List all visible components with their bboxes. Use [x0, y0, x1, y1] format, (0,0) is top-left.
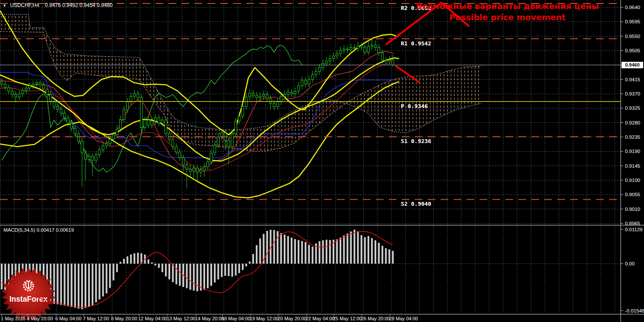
price-axis-label: 0.9100 [625, 178, 640, 183]
candle-body [214, 145, 216, 153]
candle-body [98, 150, 101, 155]
macd-axis-label: -0.01548 [625, 308, 644, 313]
annotation-text-en: Possible price movement [415, 13, 600, 22]
pivot-label-s2: S2 0.9040 [401, 201, 431, 207]
macd-bar [148, 259, 149, 264]
date-axis-label: 18 May 04:00 [222, 316, 251, 321]
candle-body [186, 165, 188, 169]
candle-body [305, 80, 307, 84]
price-axis-label: 0.9055 [625, 192, 640, 197]
pivot-label-s1: S1 0.9236 [401, 138, 431, 144]
macd-indicator-label: MACD(5,34,5) 0.00417 0.00619 [3, 227, 74, 233]
current-price-badge: 0.9460 [622, 62, 643, 68]
macd-bar [193, 264, 195, 291]
macd-bar [130, 255, 132, 264]
date-axis-label: 7 May 12:00 [83, 316, 109, 321]
macd-bar [172, 264, 174, 282]
date-axis-label: 19 May 12:00 [250, 316, 279, 321]
trident-dot [25, 282, 26, 284]
candle-body [137, 94, 139, 98]
candle-body [189, 169, 191, 171]
candle-body [266, 95, 268, 99]
candle-body [57, 107, 59, 109]
candle-body [130, 96, 132, 102]
macd-bar [203, 264, 205, 290]
candle-body [144, 120, 146, 128]
date-axis-label: 13 May 12:00 [167, 316, 196, 321]
price-chart-canvas[interactable]: InstaForex0.96400.95950.95500.95050.9460… [0, 0, 644, 322]
macd-bar [280, 233, 282, 264]
price-axis-label: 0.8965 [625, 221, 640, 226]
macd-bar [326, 240, 327, 264]
macd-bar [346, 234, 348, 264]
macd-bar [277, 231, 279, 264]
candle-body [259, 96, 261, 98]
date-axis-label: 4 May 20:00 [27, 316, 53, 321]
candle-body [301, 80, 303, 86]
macd-bar [102, 264, 104, 296]
candle-body [374, 45, 377, 47]
candle-body [39, 83, 41, 85]
price-axis-label: 0.9595 [625, 19, 640, 24]
date-axis-label: 8 May 20:00 [111, 316, 137, 321]
macd-bar [67, 264, 69, 306]
candle-body [315, 71, 317, 74]
macd-bar [88, 264, 90, 306]
macd-bar [291, 238, 292, 264]
macd-bar [266, 231, 268, 264]
macd-bar [207, 264, 209, 288]
candle-body [147, 120, 149, 125]
price-axis-label: 0.9235 [625, 134, 640, 140]
candle-body [175, 147, 178, 152]
candle-body [238, 116, 240, 121]
candle-body [273, 103, 275, 106]
candle-body [4, 84, 6, 87]
price-axis-label: 0.9550 [625, 34, 640, 39]
macd-bar [232, 264, 233, 277]
candle-body [325, 61, 327, 63]
candle-body [1, 82, 3, 84]
candle-body [116, 129, 118, 135]
candle-body [364, 47, 366, 52]
macd-bar [350, 232, 352, 264]
candle-body [165, 120, 167, 134]
candle-body [172, 139, 174, 147]
candle-body [357, 46, 359, 48]
macd-axis-label: 0.00 [625, 261, 634, 266]
candle-body [158, 118, 160, 124]
candle-body [270, 99, 272, 103]
candle-body [112, 135, 114, 139]
candle-body [81, 141, 83, 153]
macd-bar [381, 246, 383, 264]
candle-body [22, 91, 24, 94]
candle-body [32, 84, 34, 86]
candle-body [385, 60, 387, 61]
candle-body [154, 118, 156, 121]
macd-bar [60, 264, 62, 305]
candle-body [343, 49, 345, 51]
symbol-period-label: USDCHF,H4 [10, 2, 39, 8]
macd-bar [301, 241, 303, 264]
macd-bar [371, 238, 373, 264]
macd-bar [357, 231, 359, 264]
candle-body [95, 155, 97, 160]
candle-body [35, 83, 38, 84]
pivot-label-p: P 0.9346 [401, 103, 428, 109]
macd-bar [106, 264, 108, 293]
candle-body [298, 86, 300, 92]
macd-bar [329, 240, 331, 264]
macd-bar [168, 264, 170, 280]
macd-bar [57, 264, 58, 304]
candle-body [311, 75, 314, 80]
date-axis-label: 12 May 04:00 [138, 316, 167, 321]
macd-bar [287, 236, 289, 264]
macd-bar [197, 264, 198, 291]
macd-bar [361, 235, 362, 264]
candle-body [367, 46, 369, 52]
candle-body [235, 121, 237, 134]
macd-bar [137, 253, 139, 264]
macd-bar [336, 239, 338, 264]
quote-ohlc-label: 0.9476 0.9492 0.9454 0.9460 [45, 2, 113, 8]
macd-bar [298, 240, 299, 264]
date-axis-label: 14 May 20:00 [195, 316, 224, 321]
